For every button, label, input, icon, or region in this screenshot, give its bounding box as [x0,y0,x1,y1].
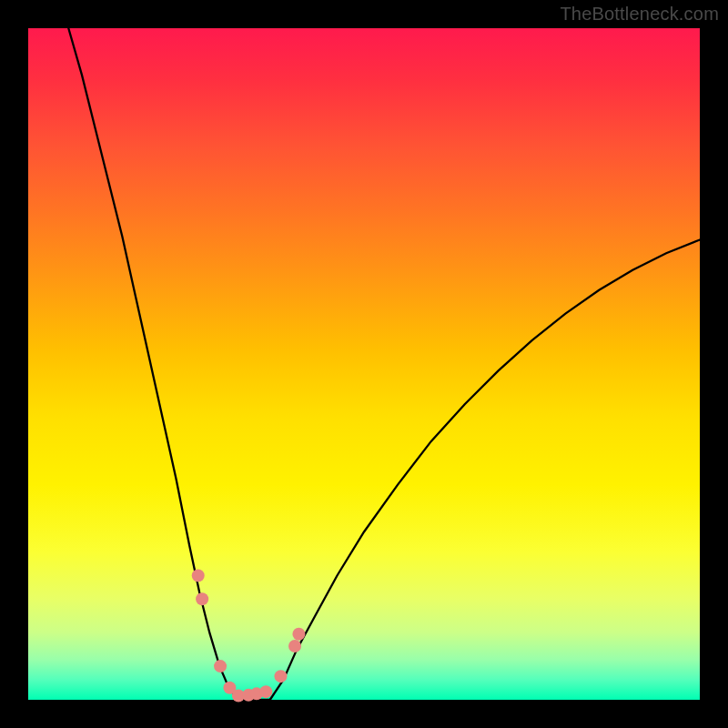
marker-point [259,685,272,698]
marker-point [288,640,301,652]
plot-area [28,28,700,700]
watermark-text: TheBottleneck.com [560,4,719,25]
marker-point [292,628,305,641]
marker-point [196,592,208,605]
marker-point [274,670,287,682]
curve-left-curve [68,28,239,700]
marker-point [214,660,227,672]
curve-right-curve [270,239,700,700]
chart-svg [28,28,700,700]
marker-point [192,569,205,581]
